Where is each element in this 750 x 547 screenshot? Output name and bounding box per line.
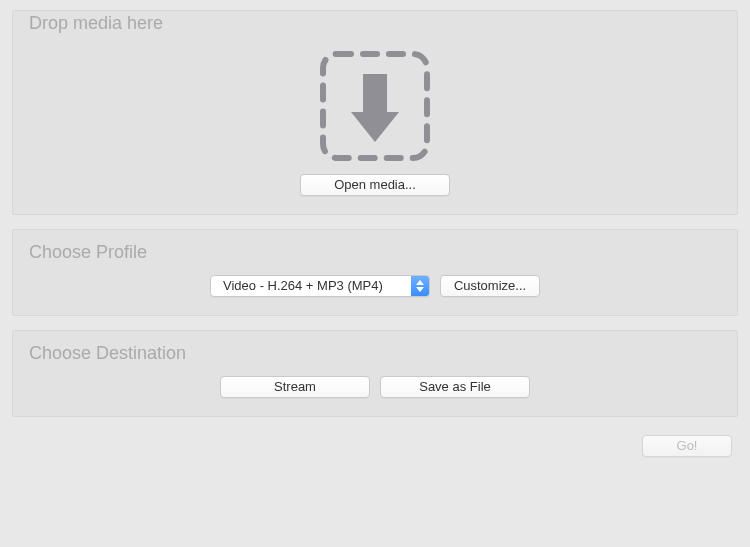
save-as-file-button[interactable]: Save as File	[380, 376, 530, 398]
choose-destination-panel: Choose Destination Stream Save as File	[12, 330, 738, 417]
drop-dashed-frame	[315, 46, 435, 166]
choose-profile-panel: Choose Profile Video - H.264 + MP3 (MP4)…	[12, 229, 738, 316]
open-media-button[interactable]: Open media...	[300, 174, 450, 196]
drop-zone[interactable]: Open media...	[29, 46, 721, 196]
footer-row: Go!	[12, 431, 738, 457]
go-button[interactable]: Go!	[642, 435, 732, 457]
svg-rect-1	[363, 74, 387, 114]
convert-stream-window: Drop media here Open media... Choose Pro…	[0, 0, 750, 467]
profile-select[interactable]: Video - H.264 + MP3 (MP4)	[210, 275, 430, 297]
drop-media-panel[interactable]: Drop media here Open media...	[12, 10, 738, 215]
choose-profile-title: Choose Profile	[29, 242, 721, 263]
stream-button[interactable]: Stream	[220, 376, 370, 398]
svg-marker-4	[416, 287, 424, 292]
customize-button[interactable]: Customize...	[440, 275, 540, 297]
svg-marker-2	[351, 112, 399, 142]
updown-stepper-icon	[411, 276, 429, 296]
choose-destination-title: Choose Destination	[29, 343, 721, 364]
profile-select-value: Video - H.264 + MP3 (MP4)	[211, 276, 411, 296]
drop-media-title: Drop media here	[29, 13, 721, 34]
svg-marker-3	[416, 280, 424, 285]
drop-arrow-icon	[315, 46, 435, 166]
